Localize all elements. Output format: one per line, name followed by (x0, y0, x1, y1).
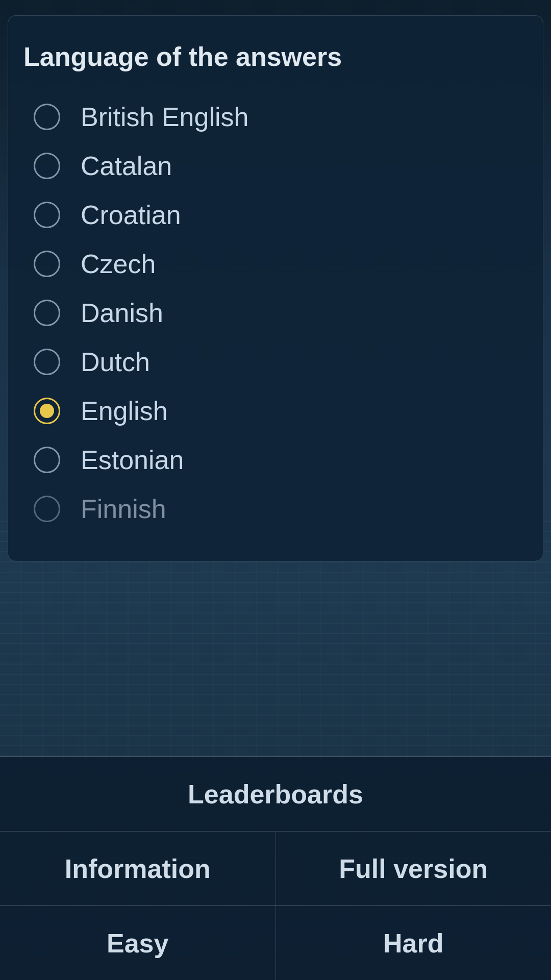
language-item-english[interactable]: English (23, 386, 528, 435)
language-label-dutch: Dutch (81, 347, 150, 377)
language-label-czech: Czech (81, 249, 156, 279)
hard-button[interactable]: Hard (276, 906, 552, 980)
radio-british-english (34, 104, 60, 130)
easy-hard-row: Easy Hard (0, 905, 551, 980)
language-label-croatian: Croatian (81, 200, 181, 230)
language-item-catalan[interactable]: Catalan (23, 141, 528, 190)
language-label-catalan: Catalan (81, 151, 172, 181)
language-item-dutch[interactable]: Dutch (23, 337, 528, 386)
language-label-estonian: Estonian (81, 445, 184, 475)
information-button[interactable]: Information (0, 831, 276, 905)
language-list: British EnglishCatalanCroatianCzechDanis… (23, 92, 528, 533)
language-item-czech[interactable]: Czech (23, 239, 528, 288)
leaderboards-row: Leaderboards (0, 756, 551, 831)
language-item-croatian[interactable]: Croatian (23, 190, 528, 239)
radio-danish (34, 300, 60, 326)
language-label-british-english: British English (81, 102, 248, 132)
language-label-finnish: Finnish (81, 494, 166, 524)
full-version-button[interactable]: Full version (276, 831, 552, 905)
language-label-danish: Danish (81, 298, 163, 328)
radio-finnish (34, 496, 60, 522)
language-item-estonian[interactable]: Estonian (23, 435, 528, 484)
radio-inner-english (40, 404, 54, 418)
language-item-danish[interactable]: Danish (23, 288, 528, 337)
radio-estonian (34, 447, 60, 473)
buttons-area: Leaderboards Information Full version Ea… (0, 756, 551, 980)
language-item-british-english[interactable]: British English (23, 92, 528, 141)
radio-croatian (34, 202, 60, 228)
language-item-finnish[interactable]: Finnish (23, 484, 528, 533)
dialog-title: Language of the answers (23, 41, 528, 72)
language-dialog: Language of the answers British EnglishC… (8, 15, 543, 561)
leaderboards-button[interactable]: Leaderboards (0, 757, 551, 831)
radio-dutch (34, 349, 60, 375)
radio-catalan (34, 153, 60, 179)
easy-button[interactable]: Easy (0, 906, 276, 980)
info-full-row: Information Full version (0, 831, 551, 905)
radio-czech (34, 251, 60, 277)
language-label-english: English (81, 396, 168, 426)
radio-english (34, 398, 60, 424)
